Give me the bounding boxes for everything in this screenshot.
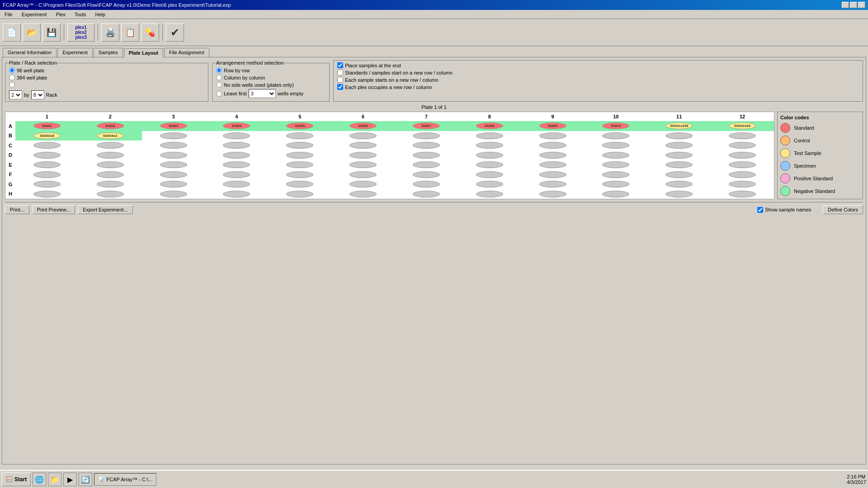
radio-leave-first-input[interactable] — [216, 91, 222, 97]
well-cell-D10[interactable] — [584, 150, 647, 160]
show-names-checkbox[interactable] — [757, 207, 763, 213]
well-cell-F12[interactable] — [711, 170, 774, 180]
well-cell-H8[interactable] — [458, 189, 521, 199]
well-cell-B4[interactable] — [205, 131, 268, 141]
radio-96well-input[interactable] — [9, 67, 15, 73]
well-cell-C2[interactable] — [79, 141, 142, 150]
well-cell-C10[interactable] — [584, 141, 647, 150]
well-cell-E4[interactable] — [205, 160, 268, 170]
well-cell-B9[interactable] — [521, 131, 585, 141]
well-cell-A8[interactable]: Std08 — [458, 121, 521, 131]
well-cell-B3[interactable] — [142, 131, 205, 141]
well-cell-F9[interactable] — [521, 170, 585, 180]
well-cell-E12[interactable] — [711, 160, 774, 170]
well-cell-G3[interactable] — [142, 179, 205, 189]
well-cell-A3[interactable]: Std03 — [142, 121, 205, 131]
tab-file-assignment[interactable]: File Assignment — [164, 48, 209, 57]
well-cell-A5[interactable]: Std05 — [268, 121, 331, 131]
toolbar-check[interactable]: ✔ — [166, 23, 184, 42]
well-cell-B5[interactable] — [268, 131, 331, 141]
well-cell-G10[interactable] — [584, 179, 647, 189]
well-cell-G5[interactable] — [268, 179, 331, 189]
well-cell-C5[interactable] — [268, 141, 331, 150]
start-button[interactable]: 🪟 Start — [2, 473, 31, 486]
well-cell-A9[interactable]: Std09 — [521, 121, 585, 131]
well-cell-F6[interactable] — [331, 170, 395, 180]
well-cell-C7[interactable] — [395, 141, 458, 150]
well-cell-G7[interactable] — [395, 179, 458, 189]
well-cell-D3[interactable] — [142, 150, 205, 160]
tab-general-information[interactable]: General Information — [3, 48, 57, 57]
well-cell-C12[interactable] — [711, 141, 774, 150]
well-cell-C8[interactable] — [458, 141, 521, 150]
well-cell-B2[interactable]: S0004x2 — [79, 131, 142, 141]
well-cell-D5[interactable] — [268, 150, 331, 160]
well-cell-F7[interactable] — [395, 170, 458, 180]
well-cell-A2[interactable]: Std02 — [79, 121, 142, 131]
well-cell-F11[interactable] — [647, 170, 711, 180]
well-cell-B8[interactable] — [458, 131, 521, 141]
well-cell-H4[interactable] — [205, 189, 268, 199]
radio-row-by-row-input[interactable] — [216, 67, 222, 73]
toolbar-preview[interactable]: 📋 — [121, 23, 139, 42]
well-cell-F2[interactable] — [79, 170, 142, 180]
well-cell-A1[interactable]: Std01 — [15, 121, 79, 131]
well-cell-H7[interactable] — [395, 189, 458, 199]
well-cell-B11[interactable] — [647, 131, 711, 141]
well-cell-G4[interactable] — [205, 179, 268, 189]
wells-empty-select[interactable]: 3 — [249, 89, 276, 98]
taskbar-app-fcap[interactable]: 📊 FCAP Array™ - C:\... — [94, 473, 156, 486]
radio-no-side-input[interactable] — [216, 82, 222, 88]
menu-plex[interactable]: Plex — [53, 11, 68, 18]
well-cell-E3[interactable] — [142, 160, 205, 170]
well-cell-A6[interactable]: Std06 — [331, 121, 395, 131]
well-cell-B10[interactable] — [584, 131, 647, 141]
well-cell-D9[interactable] — [521, 150, 585, 160]
well-cell-F3[interactable] — [142, 170, 205, 180]
well-cell-D8[interactable] — [458, 150, 521, 160]
taskbar-media-icon[interactable]: ▶ — [63, 473, 77, 486]
well-cell-C1[interactable] — [15, 141, 79, 150]
well-cell-C9[interactable] — [521, 141, 585, 150]
rack-select2[interactable]: 8 — [31, 90, 44, 99]
taskbar-ie-icon[interactable]: 🌐 — [33, 473, 46, 486]
well-cell-D6[interactable] — [331, 150, 395, 160]
well-cell-B6[interactable] — [331, 131, 395, 141]
export-button[interactable]: Export Experiment... — [78, 205, 133, 214]
toolbar-export[interactable]: 💊 — [141, 23, 159, 42]
cb-standards-new-row-input[interactable] — [337, 70, 343, 75]
well-cell-F10[interactable] — [584, 170, 647, 180]
well-cell-G9[interactable] — [521, 179, 585, 189]
well-cell-G12[interactable] — [711, 179, 774, 189]
well-cell-B12[interactable] — [711, 131, 774, 141]
menu-file[interactable]: File — [2, 11, 15, 18]
well-cell-D4[interactable] — [205, 150, 268, 160]
well-cell-F1[interactable] — [15, 170, 79, 180]
well-cell-F4[interactable] — [205, 170, 268, 180]
well-cell-F8[interactable] — [458, 170, 521, 180]
menu-tools[interactable]: Tools — [72, 11, 89, 18]
well-cell-E11[interactable] — [647, 160, 711, 170]
well-cell-E6[interactable] — [331, 160, 395, 170]
well-cell-E7[interactable] — [395, 160, 458, 170]
well-cell-G11[interactable] — [647, 179, 711, 189]
define-colors-button[interactable]: Define Colors — [823, 205, 863, 214]
well-cell-H1[interactable] — [15, 189, 79, 199]
well-cell-H9[interactable] — [521, 189, 585, 199]
well-cell-H2[interactable] — [79, 189, 142, 199]
cb-each-plex-new-row-input[interactable] — [337, 84, 343, 90]
well-cell-F5[interactable] — [268, 170, 331, 180]
well-cell-H6[interactable] — [331, 189, 395, 199]
cb-place-samples-input[interactable] — [337, 62, 343, 68]
close-button[interactable]: ✕ — [858, 2, 865, 8]
well-cell-E5[interactable] — [268, 160, 331, 170]
well-cell-E2[interactable] — [79, 160, 142, 170]
well-cell-E1[interactable] — [15, 160, 79, 170]
tab-plate-layout[interactable]: Plate Layout — [124, 48, 163, 57]
tab-experiment[interactable]: Experiment — [57, 48, 93, 57]
well-cell-E8[interactable] — [458, 160, 521, 170]
tab-samples[interactable]: Samples — [94, 48, 123, 57]
well-cell-A10[interactable]: Std10 — [584, 121, 647, 131]
radio-col-by-col-input[interactable] — [216, 75, 222, 80]
well-cell-D1[interactable] — [15, 150, 79, 160]
